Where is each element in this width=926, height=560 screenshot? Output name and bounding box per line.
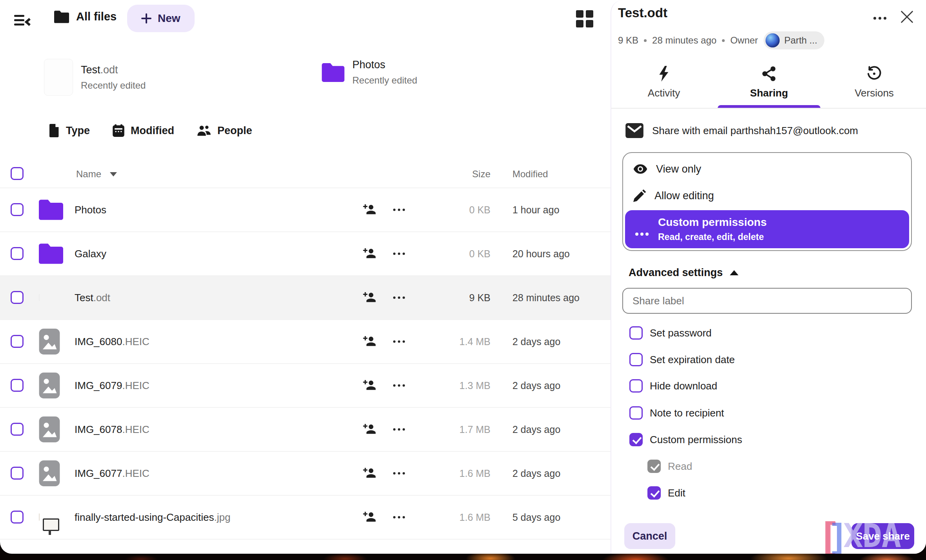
row-checkbox[interactable]	[11, 203, 24, 216]
row-actions-icon[interactable]	[393, 469, 409, 477]
tab-versions[interactable]: Versions	[822, 66, 926, 107]
grid-view-icon[interactable]	[576, 10, 593, 27]
table-row-img-6080[interactable]: IMG_6080.HEIC 1.4 MB 2 days ago	[0, 319, 611, 363]
meta-modified: 28 minutes ago	[652, 35, 716, 46]
row-checkbox[interactable]	[11, 423, 24, 436]
file-size: 1.6 MB	[432, 468, 490, 479]
share-person-add-icon[interactable]	[362, 335, 377, 348]
share-label-input[interactable]	[622, 288, 912, 314]
new-button[interactable]: New	[127, 5, 195, 32]
filter-label: People	[217, 125, 252, 137]
filter-label: Type	[66, 125, 90, 137]
sort-descending-icon	[110, 172, 117, 176]
file-modified: 2 days ago	[512, 336, 560, 347]
file-size: 0 KB	[432, 248, 490, 260]
checkbox-box	[629, 379, 643, 393]
column-header-size[interactable]: Size	[432, 169, 490, 180]
share-icon	[761, 66, 777, 82]
share-heading: Share with email parthshah157@outlook.co…	[652, 125, 858, 137]
table-row-capacities-jpg[interactable]: finally-started-using-Capacities.jpg 1.6…	[0, 495, 611, 539]
share-person-add-icon[interactable]	[362, 291, 377, 304]
filter-people[interactable]: People	[197, 125, 252, 137]
file-table-header: Name Size Modified	[0, 162, 611, 187]
filter-modified[interactable]: Modified	[113, 124, 174, 137]
table-row-img-6078[interactable]: IMG_6078.HEIC 1.7 MB 2 days ago	[0, 407, 611, 451]
table-row-galaxy[interactable]: Galaxy 0 KB 20 hours ago	[0, 231, 611, 275]
row-actions-icon[interactable]	[393, 250, 409, 258]
option-sublabel: Read, create, edit, delete	[658, 232, 767, 242]
file-modified: 28 minutes ago	[512, 292, 580, 304]
document-icon	[44, 59, 73, 96]
close-icon[interactable]	[900, 9, 914, 23]
checkbox-custom-permissions[interactable]: Custom permissions	[629, 433, 742, 446]
photo-thumbnail	[39, 514, 40, 521]
share-person-add-icon[interactable]	[362, 379, 377, 392]
row-actions-icon[interactable]	[393, 513, 409, 521]
row-actions-icon[interactable]	[393, 338, 409, 345]
column-header-name[interactable]: Name	[76, 169, 117, 180]
eye-icon	[633, 164, 647, 174]
all-files-label: All files	[76, 10, 117, 23]
row-checkbox[interactable]	[11, 291, 24, 304]
panel-title: Test.odt	[618, 5, 667, 20]
checkbox-note-to-recipient[interactable]: Note to recipient	[629, 406, 724, 420]
document-icon	[39, 294, 40, 301]
checkbox-hide-download[interactable]: Hide download	[629, 379, 717, 393]
history-icon	[866, 66, 882, 82]
row-actions-icon[interactable]	[393, 425, 409, 433]
share-person-add-icon[interactable]	[362, 423, 377, 436]
checkbox-read[interactable]: Read	[647, 460, 692, 473]
column-header-modified[interactable]: Modified	[512, 169, 548, 180]
panel-actions-icon[interactable]	[873, 14, 891, 22]
row-actions-icon[interactable]	[393, 206, 409, 214]
file-modified: 2 days ago	[512, 380, 560, 391]
share-with-email-row[interactable]: Share with email parthshah157@outlook.co…	[625, 123, 858, 138]
file-name: IMG_6080.HEIC	[75, 336, 149, 348]
select-all-checkbox[interactable]	[11, 167, 24, 180]
share-person-add-icon[interactable]	[362, 467, 377, 480]
advanced-settings-toggle[interactable]: Advanced settings	[629, 267, 738, 279]
row-checkbox[interactable]	[11, 335, 24, 348]
avatar	[766, 33, 780, 47]
panel-tabs: Activity Sharing	[611, 66, 926, 110]
recent-card-photos[interactable]: Photos Recently edited	[322, 59, 417, 86]
table-row-test-odt[interactable]: Test.odt 9 KB 28 minutes ago	[0, 275, 611, 319]
share-person-add-icon[interactable]	[362, 203, 377, 216]
cancel-button[interactable]: Cancel	[624, 523, 675, 549]
bullet-separator	[722, 39, 725, 42]
table-row-img-6077[interactable]: IMG_6077.HEIC 1.6 MB 2 days ago	[0, 451, 611, 495]
file-size: 1.3 MB	[432, 380, 490, 391]
row-checkbox[interactable]	[11, 247, 24, 260]
row-actions-icon[interactable]	[393, 294, 409, 302]
row-actions-icon[interactable]	[393, 382, 409, 389]
table-row-img-6079[interactable]: IMG_6079.HEIC 1.3 MB 2 days ago	[0, 363, 611, 407]
save-share-button[interactable]: Save share	[851, 523, 914, 549]
row-checkbox[interactable]	[11, 379, 24, 392]
table-row-notebooklm-jpg[interactable]: best-NotebookLM-tips.jpg 4.8 MB 6 days a…	[0, 539, 611, 554]
row-checkbox[interactable]	[11, 511, 24, 524]
people-icon	[197, 125, 211, 136]
checkbox-set-password[interactable]: Set password	[629, 326, 712, 340]
option-allow-editing[interactable]: Allow editing	[623, 183, 911, 209]
tabs-divider	[611, 108, 926, 109]
plus-icon	[141, 13, 151, 24]
checkbox-edit[interactable]: Edit	[647, 486, 685, 500]
file-modified: 5 days ago	[512, 512, 560, 523]
option-label: Custom permissions	[658, 216, 767, 229]
checkbox-box	[629, 406, 643, 420]
share-person-add-icon[interactable]	[362, 511, 377, 524]
checkbox-set-expiration-date[interactable]: Set expiration date	[629, 353, 735, 366]
row-checkbox[interactable]	[11, 467, 24, 480]
tab-activity[interactable]: Activity	[611, 66, 716, 107]
table-row-photos[interactable]: Photos 0 KB 1 hour ago	[0, 187, 611, 231]
option-custom-permissions[interactable]: Custom permissions Read, create, edit, d…	[625, 210, 909, 248]
option-view-only[interactable]: View only	[623, 156, 911, 182]
recent-card-test-odt[interactable]: Test.odt Recently edited	[44, 59, 146, 96]
recent-title: Test	[81, 64, 100, 76]
file-modified: 2 days ago	[512, 468, 560, 479]
tab-sharing[interactable]: Sharing	[716, 66, 822, 107]
breadcrumb-all-files[interactable]: All files	[54, 10, 117, 23]
filter-type[interactable]: Type	[49, 124, 90, 137]
share-person-add-icon[interactable]	[362, 247, 377, 260]
sidebar-toggle-icon[interactable]	[11, 11, 33, 30]
